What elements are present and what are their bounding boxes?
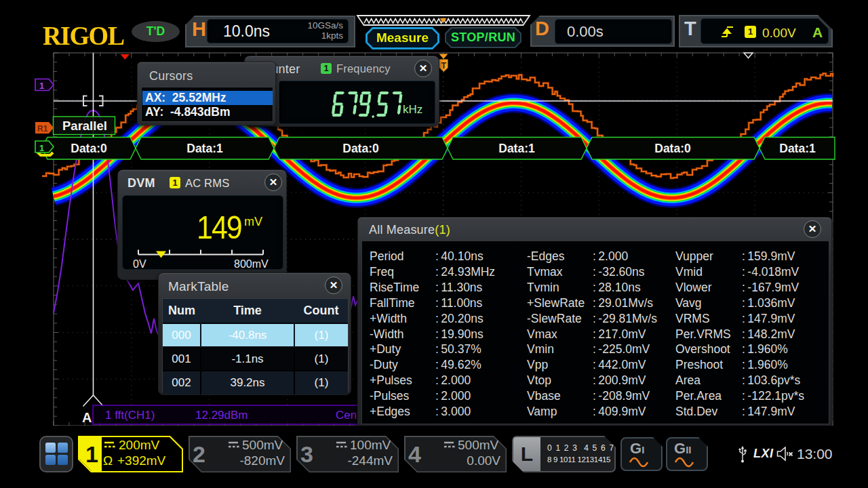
svg-text:1 fft(CH1): 1 fft(CH1) [105, 409, 155, 422]
svg-text:12.29dBm: 12.29dBm [195, 409, 248, 422]
svg-text:Parallel: Parallel [62, 119, 107, 133]
svg-text:1: 1 [39, 81, 44, 91]
svg-text:Data:0: Data:0 [71, 142, 107, 155]
svg-text:A: A [82, 410, 92, 425]
svg-text:Data:1: Data:1 [186, 142, 223, 155]
svg-text:Data:0: Data:0 [342, 142, 379, 155]
svg-text:Data:1: Data:1 [498, 142, 535, 155]
svg-text:Data:0: Data:0 [654, 142, 691, 155]
svg-text:1: 1 [39, 143, 44, 153]
svg-text:T: T [441, 61, 447, 70]
svg-text:Cen: Cen [336, 409, 357, 422]
svg-text:Data:1: Data:1 [779, 142, 816, 155]
svg-text:R1: R1 [37, 124, 48, 134]
